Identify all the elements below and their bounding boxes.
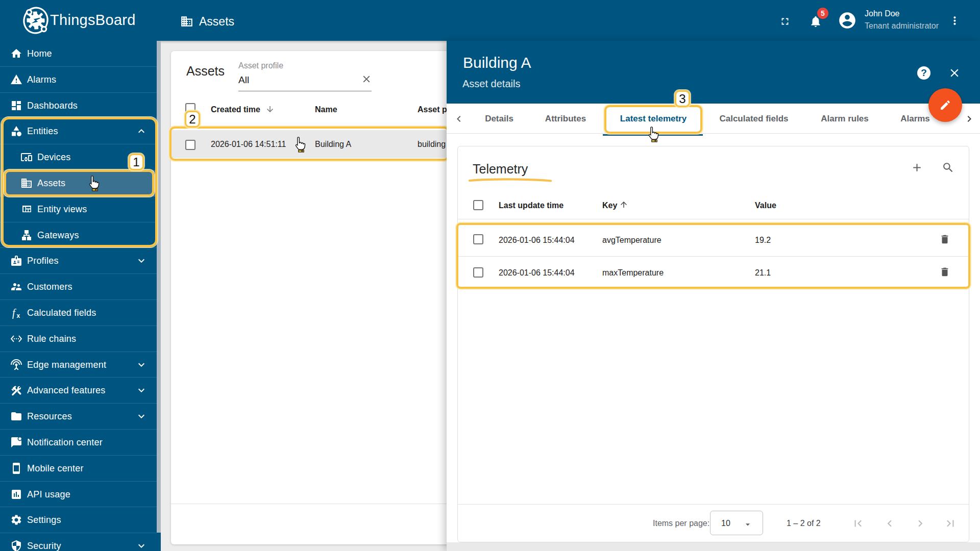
- svg-text:f: f: [12, 307, 16, 319]
- svg-text:x: x: [17, 312, 20, 319]
